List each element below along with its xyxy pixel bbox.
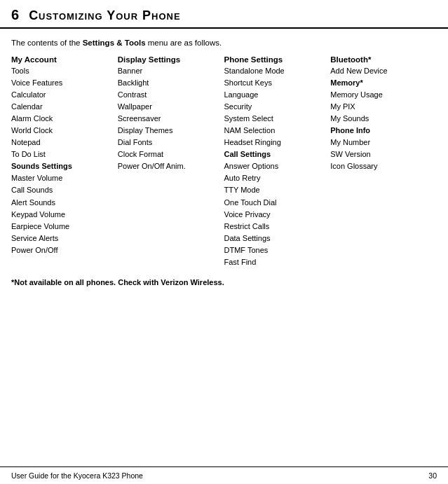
- column-display-settings: Display Settings Banner Backlight Contra…: [118, 55, 224, 268]
- list-item: Language: [224, 89, 327, 101]
- list-item: Security: [224, 101, 327, 113]
- col-header-bluetooth: Bluetooth*: [330, 55, 433, 64]
- list-item: Sounds Settings: [11, 160, 114, 172]
- list-item: Keypad Volume: [11, 209, 114, 221]
- list-item: Power On/Off Anim.: [118, 160, 220, 172]
- column-phone-settings: Phone Settings Standalone Mode Shortcut …: [224, 55, 331, 268]
- list-item: Earpiece Volume: [11, 221, 114, 233]
- list-item: Contrast: [118, 89, 220, 101]
- list-item: Voice Privacy: [224, 209, 327, 221]
- list-item: Tools: [11, 65, 114, 77]
- list-item: Icon Glossary: [330, 160, 433, 172]
- col-header-my-account: My Account: [11, 55, 114, 64]
- list-item: Auto Retry: [224, 172, 327, 184]
- list-item: Restrict Calls: [224, 221, 327, 233]
- list-item: SW Version: [330, 148, 433, 160]
- list-item: Wallpaper: [118, 101, 220, 113]
- content-area: The contents of the Settings & Tools men…: [0, 36, 448, 293]
- list-item: Call Settings: [224, 148, 327, 160]
- list-item: System Select: [224, 113, 327, 125]
- footer-bar: User Guide for the Kyocera K323 Phone 30: [0, 466, 448, 484]
- list-item: Notepad: [11, 137, 114, 148]
- columns-container: My Account Tools Voice Features Calculat…: [11, 55, 437, 268]
- list-item: Data Settings: [224, 233, 327, 244]
- list-item: My Sounds: [330, 113, 433, 125]
- list-item: Memory*: [330, 77, 433, 89]
- list-item: Screensaver: [118, 113, 220, 125]
- list-item: Banner: [118, 65, 220, 77]
- list-item: Call Sounds: [11, 184, 114, 196]
- footer-left: User Guide for the Kyocera K323 Phone: [11, 471, 143, 480]
- list-item: To Do List: [11, 148, 114, 160]
- list-item: Backlight: [118, 77, 220, 89]
- footer-right: 30: [428, 471, 437, 480]
- list-item: Phone Info: [330, 125, 433, 137]
- list-item: Calculator: [11, 89, 114, 101]
- list-item: Alarm Clock: [11, 113, 114, 125]
- chapter-header: 6 Customizing Your Phone: [0, 0, 448, 29]
- column-bluetooth: Bluetooth* Add New Device Memory* Memory…: [330, 55, 437, 268]
- chapter-number: 6: [11, 7, 19, 23]
- col-header-phone-settings: Phone Settings: [224, 55, 327, 64]
- list-item: Memory Usage: [330, 89, 433, 101]
- list-item: Fast Find: [224, 256, 327, 268]
- column-my-account: My Account Tools Voice Features Calculat…: [11, 55, 118, 268]
- intro-text: The contents of the Settings & Tools men…: [11, 39, 437, 47]
- list-item: Master Volume: [11, 172, 114, 184]
- list-item: Clock Format: [118, 148, 220, 160]
- list-item: Dial Fonts: [118, 137, 220, 148]
- list-item: Add New Device: [330, 65, 433, 77]
- list-item: Shortcut Keys: [224, 77, 327, 89]
- list-item: Alert Sounds: [11, 197, 114, 209]
- list-item: My Number: [330, 137, 433, 148]
- list-item: One Touch Dial: [224, 197, 327, 209]
- list-item: Power On/Off: [11, 244, 114, 256]
- page-container: 6 Customizing Your Phone The contents of…: [0, 0, 448, 484]
- list-item: Display Themes: [118, 125, 220, 137]
- chapter-title: Customizing Your Phone: [29, 8, 181, 23]
- list-item: World Clock: [11, 125, 114, 137]
- list-item: Answer Options: [224, 160, 327, 172]
- intro-bold: Settings & Tools: [83, 39, 146, 47]
- footnote: *Not available on all phones. Check with…: [11, 278, 437, 286]
- list-item: Service Alerts: [11, 233, 114, 244]
- list-item: My PIX: [330, 101, 433, 113]
- list-item: Standalone Mode: [224, 65, 327, 77]
- list-item: TTY Mode: [224, 184, 327, 196]
- intro-suffix: menu are as follows.: [146, 39, 222, 47]
- list-item: DTMF Tones: [224, 244, 327, 256]
- col-header-display-settings: Display Settings: [118, 55, 220, 64]
- list-item: Calendar: [11, 101, 114, 113]
- intro-prefix: The contents of the: [11, 39, 83, 47]
- list-item: Voice Features: [11, 77, 114, 89]
- list-item: NAM Selection: [224, 125, 327, 137]
- list-item: Headset Ringing: [224, 137, 327, 148]
